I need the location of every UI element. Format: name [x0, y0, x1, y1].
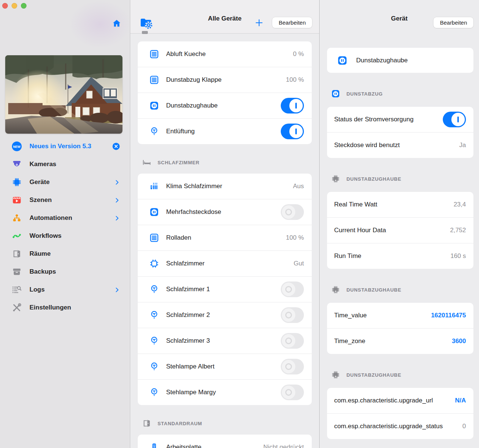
device-label: Stehlampe Albert	[166, 363, 214, 370]
device-card: Abluft Kueche 0 % Dunstabzug Klappe 100 …	[138, 41, 312, 144]
device-label: Steckdose wird benutzt	[334, 141, 400, 149]
new-badge-icon: NEW	[12, 141, 22, 152]
device-label: com.esp.characteristic.upgrade_status	[334, 423, 443, 430]
outlet-icon	[149, 207, 159, 217]
home-icon[interactable]	[112, 19, 121, 28]
device-label: Arbeitsplatte	[166, 444, 202, 448]
sidebar-item-label: Neues in Version 5.3	[29, 143, 91, 150]
sidebar-item[interactable]: Räume	[0, 245, 130, 263]
bulb-icon	[149, 126, 159, 137]
sidebar-item-label: Szenen	[29, 196, 52, 204]
app-window: NEW Neues in Version 5.3 Kameras Geräte	[0, 0, 479, 448]
blinds-icon	[149, 75, 159, 85]
detail-edit-button[interactable]: Bearbeiten	[433, 17, 473, 28]
section-label: DUNSTABZUGHAUBE	[346, 372, 401, 378]
house-photo	[5, 55, 122, 134]
device-row[interactable]: Status der Stromversorgung	[327, 107, 473, 132]
blinds-icon	[149, 49, 159, 59]
plus-icon[interactable]	[254, 18, 264, 28]
power-toggle[interactable]	[281, 281, 304, 297]
device-card: Arbeitsplatte Nicht gedrückt	[138, 435, 312, 448]
outlet-icon	[337, 55, 348, 66]
device-row[interactable]: Stehlampe Albert	[138, 354, 312, 379]
device-label: Run Time	[334, 252, 361, 260]
device-summary-row[interactable]: Dunstabzughaube	[327, 48, 473, 73]
remote-icon	[149, 442, 159, 448]
device-value: 0	[463, 423, 466, 430]
device-value: 23,4	[454, 201, 466, 208]
device-row[interactable]: Stehlampe Margy	[138, 379, 312, 405]
device-row[interactable]: Current Hour Data 2,752	[327, 217, 473, 243]
minimize-window-button[interactable]	[12, 3, 17, 9]
device-row[interactable]: Rolladen 100 %	[138, 225, 312, 251]
chevron-icon	[114, 197, 120, 203]
device-row[interactable]: Schlafzimmer 3	[138, 328, 312, 354]
sidebar-item[interactable]: Workflows	[0, 227, 130, 245]
device-row[interactable]: Schlafzimmer 1	[138, 276, 312, 302]
close-window-button[interactable]	[2, 3, 8, 9]
device-row[interactable]: Real Time Watt 23,4	[327, 192, 473, 217]
device-row[interactable]: Mehrfachsteckdose	[138, 199, 312, 225]
device-row[interactable]: Klima Schlafzimmer Aus	[138, 174, 312, 199]
sidebar-item[interactable]: Logs	[0, 281, 130, 299]
device-row[interactable]: com.esp.characteristic.upgrade_status 0	[327, 413, 473, 439]
sidebar-menu: NEW Neues in Version 5.3 Kameras Geräte	[0, 137, 130, 317]
power-toggle[interactable]	[281, 385, 304, 400]
power-toggle[interactable]	[443, 112, 466, 127]
detail-title: Gerät	[391, 15, 407, 22]
device-row[interactable]: Entlüftung	[138, 118, 312, 144]
svg-text:NEW: NEW	[13, 145, 21, 149]
sidebar-item[interactable]: Backups	[0, 263, 130, 281]
edit-button[interactable]: Bearbeiten	[272, 17, 312, 28]
power-toggle[interactable]	[281, 307, 304, 323]
device-label: Real Time Watt	[334, 201, 377, 208]
device-row[interactable]: Arbeitsplatte Nicht gedrückt	[138, 435, 312, 448]
device-row[interactable]: com.esp.characteristic.upgrade_url N/A	[327, 388, 473, 413]
device-row[interactable]: Schlafzimmer Gut	[138, 251, 312, 276]
power-toggle[interactable]	[281, 124, 304, 139]
device-row[interactable]: Time_zone 3600	[327, 328, 473, 354]
device-row[interactable]: Dunstabzughaube	[138, 93, 312, 118]
sidebar-item[interactable]: Einstellungen	[0, 299, 130, 317]
device-row[interactable]: Time_value 1620116475	[327, 303, 473, 328]
device-row[interactable]: Steckdose wird benutzt Ja	[327, 132, 473, 158]
bulb-icon	[149, 310, 159, 320]
sidebar-item[interactable]: Geräte	[0, 173, 130, 191]
outlet-icon	[331, 89, 340, 99]
scrolled-icon-fragment	[142, 31, 148, 34]
toggle-knob	[289, 99, 303, 112]
bed-icon	[142, 158, 152, 167]
device-label: Schlafzimmer 1	[166, 286, 210, 293]
close-icon[interactable]	[112, 142, 120, 150]
power-toggle[interactable]	[281, 333, 304, 349]
sidebar-item[interactable]: NEW Neues in Version 5.3	[0, 137, 130, 155]
section-label: DUNSTABZUG	[346, 91, 383, 97]
device-value: 1620116475	[431, 312, 466, 319]
toggle-knob	[282, 283, 295, 296]
folder-gear-icon[interactable]	[140, 16, 153, 29]
chip-outline-icon	[149, 258, 159, 269]
device-row[interactable]: Abluft Kueche 0 %	[138, 41, 312, 67]
device-value: Ja	[459, 141, 466, 149]
sidebar-item[interactable]: Kameras	[0, 155, 130, 173]
sidebar-item[interactable]: Automationen	[0, 209, 130, 227]
device-label: Schlafzimmer	[166, 260, 205, 267]
power-toggle[interactable]	[281, 204, 304, 220]
device-label: Klima Schlafzimmer	[166, 183, 222, 190]
device-card: Klima Schlafzimmer Aus Mehrfachsteckdose…	[138, 174, 312, 405]
device-row[interactable]: Dunstabzug Klappe 100 %	[138, 67, 312, 93]
power-toggle[interactable]	[281, 359, 304, 374]
zoom-window-button[interactable]	[21, 3, 27, 9]
device-label: Time_value	[334, 312, 367, 319]
toggle-knob	[282, 334, 295, 348]
sidebar: NEW Neues in Version 5.3 Kameras Geräte	[0, 0, 130, 448]
sidebar-item-label: Workflows	[29, 232, 62, 240]
device-groups: Abluft Kueche 0 % Dunstabzug Klappe 100 …	[130, 34, 319, 448]
device-name: Dunstabzughaube	[356, 57, 408, 64]
device-row[interactable]: Schlafzimmer 2	[138, 302, 312, 328]
sidebar-item[interactable]: Szenen	[0, 191, 130, 209]
section-label: DUNSTABZUGHAUBE	[346, 287, 401, 293]
device-row[interactable]: Run Time 160 s	[327, 243, 473, 269]
chip-gray-icon	[331, 174, 340, 184]
power-toggle[interactable]	[281, 98, 304, 113]
